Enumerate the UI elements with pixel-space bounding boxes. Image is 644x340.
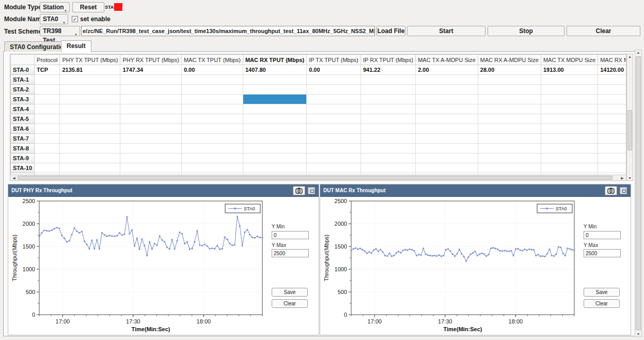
start-button[interactable]: Start [407,26,485,36]
table-cell[interactable] [120,144,181,153]
snapshot-button[interactable] [293,186,305,195]
table-cell[interactable]: 1747.34 [120,65,181,75]
row-header-cell[interactable]: STA-9 [11,153,35,163]
table-cell[interactable] [243,144,306,153]
table-cell[interactable]: 1407.80 [243,65,306,75]
table-cell[interactable] [416,75,478,85]
column-header[interactable]: MAC RX A-MDPU Size [478,55,541,65]
row-header-cell[interactable]: STA-7 [11,134,35,144]
table-cell[interactable] [307,134,361,144]
scroll-up-icon[interactable]: ▲ [635,51,641,54]
set-enable-checkbox[interactable]: ✓ [72,16,78,22]
table-cell[interactable] [478,104,541,114]
table-cell[interactable] [598,95,626,104]
table-cell[interactable] [360,95,415,104]
table-cell[interactable] [416,124,478,134]
table-cell[interactable] [598,114,626,124]
table-cell[interactable] [181,134,243,144]
table-cell[interactable] [360,85,415,95]
table-cell[interactable] [60,75,120,85]
row-header-cell[interactable]: STA-6 [11,124,35,134]
column-header[interactable]: IP RX TPUT (Mbps) [360,55,415,65]
scroll-down-icon[interactable]: ▼ [635,332,641,336]
column-header[interactable]: Protocol [35,55,60,65]
table-cell[interactable] [598,144,626,153]
y-max-input[interactable] [584,249,621,257]
table-cell[interactable] [243,104,306,114]
table-cell[interactable] [541,144,598,153]
test-scheme-select[interactable]: TR398 Test ▼ [40,26,80,36]
column-header[interactable]: MAC RX TPUT (Mbps) [243,55,306,65]
table-cell[interactable] [307,85,361,95]
table-cell[interactable] [541,95,598,104]
table-cell[interactable] [60,104,120,114]
table-cell[interactable] [120,153,181,163]
clear-button[interactable]: Clear [567,26,640,36]
table-cell[interactable] [60,95,120,104]
stop-button[interactable]: Stop [488,26,564,36]
table-cell[interactable] [416,114,478,124]
table-cell[interactable] [243,114,306,124]
table-cell[interactable] [541,163,598,173]
table-cell[interactable] [360,75,415,85]
table-cell[interactable] [598,134,626,144]
table-cell[interactable] [120,104,181,114]
y-min-input[interactable] [584,231,621,239]
row-header-cell[interactable]: STA-0 [11,65,35,75]
table-cell[interactable] [541,114,598,124]
table-cell[interactable] [181,95,243,104]
table-cell[interactable]: 14120.00 [598,65,626,75]
table-cell[interactable] [243,85,306,95]
load-file-button[interactable]: Load File [376,26,405,36]
table-cell[interactable] [598,153,626,163]
table-horizontal-scrollbar[interactable]: ◀ ▶ [10,175,626,181]
table-cell[interactable] [478,163,541,173]
table-cell[interactable] [478,124,541,134]
window-vertical-scrollbar[interactable]: ▲ ▼ [635,50,642,337]
table-cell[interactable] [181,104,243,114]
tab-result[interactable]: Result [61,40,91,52]
table-cell[interactable] [60,124,120,134]
table-cell[interactable] [120,95,181,104]
table-cell[interactable] [478,114,541,124]
table-cell[interactable]: TCP [35,65,60,75]
chart-save-button[interactable]: Save [272,288,308,297]
column-header[interactable]: MAC TX A-MDPU Size [416,55,478,65]
table-cell[interactable] [35,134,60,144]
table-cell[interactable] [35,124,60,134]
chart-clear-button[interactable]: Clear [272,299,308,308]
table-cell[interactable] [598,75,626,85]
column-header[interactable]: MAC TX TPUT (Mbps) [181,55,243,65]
table-cell[interactable] [120,163,181,173]
reset-button[interactable]: Reset [72,2,104,12]
table-cell[interactable] [181,124,243,134]
table-cell[interactable] [307,114,361,124]
detach-button[interactable] [308,187,315,194]
table-cell[interactable] [243,124,306,134]
table-cell[interactable] [60,163,120,173]
row-header-cell[interactable]: STA-5 [11,114,35,124]
table-cell[interactable] [181,144,243,153]
table-cell[interactable] [60,144,120,153]
test-file-path-field[interactable]: e/zc/NE_Run/TR398_test_case_json/test_ti… [81,26,375,36]
table-cell[interactable] [35,75,60,85]
table-cell[interactable] [360,104,415,114]
table-cell[interactable] [243,95,306,104]
table-cell[interactable] [360,124,415,134]
row-header-cell[interactable]: STA-8 [11,144,35,153]
table-cell[interactable] [360,134,415,144]
table-cell[interactable] [360,114,415,124]
table-cell[interactable] [478,75,541,85]
table-cell[interactable] [416,144,478,153]
table-cell[interactable] [598,163,626,173]
table-cell[interactable] [541,75,598,85]
table-cell[interactable] [120,134,181,144]
table-cell[interactable]: 0.00 [307,65,361,75]
table-cell[interactable] [478,85,541,95]
table-cell[interactable] [35,85,60,95]
table-cell[interactable] [35,144,60,153]
table-cell[interactable] [478,95,541,104]
table-cell[interactable] [181,153,243,163]
table-vscroll-thumb[interactable] [627,110,632,150]
table-cell[interactable] [120,75,181,85]
